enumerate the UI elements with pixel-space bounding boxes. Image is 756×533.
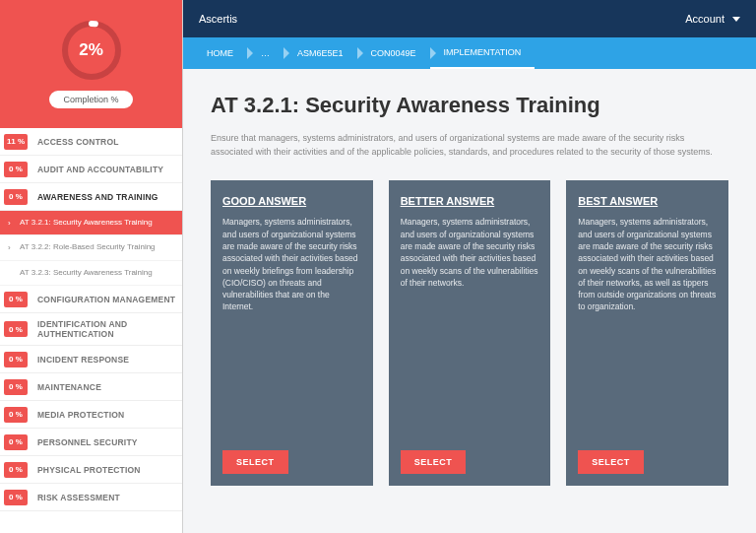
subcategory-item[interactable]: ›AT 3.2.2: Role-Based Security Training [0, 235, 182, 260]
progress-badge: 0 % [4, 407, 28, 423]
card-title: GOOD ANSWER [222, 194, 361, 208]
progress-percent: 2% [79, 40, 103, 60]
breadcrumb-item[interactable]: IMPLEMENTATION [430, 37, 536, 69]
category-label: ACCESS CONTROL [33, 131, 182, 153]
breadcrumb-item[interactable]: HOME [193, 37, 247, 69]
progress-badge: 0 % [4, 379, 28, 395]
page-subtitle: Ensure that managers, systems administra… [211, 132, 723, 159]
card-title: BETTER ANSWER [401, 194, 539, 208]
content: AT 3.2.1: Security Awareness Training En… [183, 69, 756, 509]
breadcrumb-item[interactable]: … [247, 37, 284, 69]
subcategory-label: AT 3.2.1: Security Awareness Training [20, 218, 176, 228]
progress-badge: 0 % [4, 292, 28, 307]
category-item[interactable]: 0 %AUDIT AND ACCOUNTABILITY [0, 156, 182, 183]
category-label: RISK ASSESSMENT [33, 487, 182, 508]
category-item[interactable]: 0 %MEDIA PROTECTION [0, 401, 182, 429]
category-item[interactable]: 0 %AWARENESS AND TRAINING [0, 183, 182, 211]
category-label: CONFIGURATION MANAGEMENT [33, 289, 182, 310]
select-button[interactable]: SELECT [222, 450, 288, 474]
category-item[interactable]: 0 %PERSONNEL SECURITY [0, 429, 182, 456]
breadcrumb-item[interactable]: ASM6E5E1 [284, 37, 357, 69]
topbar: Ascertis Account [183, 0, 756, 37]
answer-card-best: BEST ANSWER Managers, systems administra… [566, 180, 728, 486]
progress-ring: 2% [61, 20, 122, 81]
brand-label: Ascertis [199, 13, 237, 25]
category-label: PERSONNEL SECURITY [33, 432, 182, 453]
progress-badge: 0 % [4, 352, 28, 367]
progress-badge: 0 % [4, 490, 28, 505]
subcategory-item[interactable]: ›AT 3.2.1: Security Awareness Training [0, 211, 182, 235]
progress-badge: 0 % [4, 162, 28, 177]
category-label: IDENTIFICATION AND AUTHENTICATION [33, 313, 182, 345]
caret-down-icon [732, 17, 740, 22]
category-label: INCIDENT RESPONSE [33, 349, 182, 370]
progress-panel: 2% Completion % [0, 0, 182, 128]
category-label: MAINTENANCE [33, 376, 182, 398]
progress-badge: 0 % [4, 189, 28, 205]
progress-badge: 0 % [4, 434, 28, 450]
category-label: AUDIT AND ACCOUNTABILITY [33, 159, 182, 180]
category-item[interactable]: 0 %MAINTENANCE [0, 373, 182, 401]
category-item[interactable]: 0 %INCIDENT RESPONSE [0, 346, 182, 373]
account-menu[interactable]: Account [685, 13, 740, 25]
chevron-right-icon: › [8, 243, 20, 252]
subcategory-label: AT 3.2.3: Security Awareness Training [20, 268, 176, 278]
account-label: Account [685, 13, 724, 25]
card-title: BEST ANSWER [578, 194, 717, 208]
subcategory-label: AT 3.2.2: Role-Based Security Training [20, 242, 176, 252]
chevron-right-icon: › [8, 219, 20, 228]
category-item[interactable]: 0 %RISK ASSESSMENT [0, 484, 182, 511]
card-body: Managers, systems administrators, and us… [222, 216, 361, 440]
category-item[interactable]: 0 %PHYSICAL PROTECTION [0, 456, 182, 484]
progress-badge: 11 % [4, 134, 28, 150]
progress-badge: 0 % [4, 321, 28, 337]
category-item[interactable]: 0 %IDENTIFICATION AND AUTHENTICATION [0, 313, 182, 346]
category-item[interactable]: 0 %CONFIGURATION MANAGEMENT [0, 286, 182, 313]
select-button[interactable]: SELECT [401, 450, 467, 474]
breadcrumb-item[interactable]: CON0049E [357, 37, 430, 69]
category-label: PHYSICAL PROTECTION [33, 459, 182, 481]
page-title: AT 3.2.1: Security Awareness Training [211, 93, 728, 118]
category-list: 11 %ACCESS CONTROL 0 %AUDIT AND ACCOUNTA… [0, 128, 182, 511]
category-label: AWARENESS AND TRAINING [33, 186, 182, 208]
card-body: Managers, systems administrators, and us… [401, 216, 539, 440]
select-button[interactable]: SELECT [578, 450, 644, 474]
category-label: MEDIA PROTECTION [33, 404, 182, 426]
answer-card-better: BETTER ANSWER Managers, systems administ… [389, 180, 551, 486]
main-area: Ascertis Account HOME … ASM6E5E1 CON0049… [183, 0, 756, 533]
completion-pill[interactable]: Completion % [49, 91, 132, 108]
progress-badge: 0 % [4, 462, 28, 478]
card-body: Managers, systems administrators, and us… [578, 216, 717, 440]
subcategory-item[interactable]: AT 3.2.3: Security Awareness Training [0, 261, 182, 286]
category-item[interactable]: 11 %ACCESS CONTROL [0, 128, 182, 156]
app-root: 2% Completion % 11 %ACCESS CONTROL 0 %AU… [0, 0, 756, 533]
answer-cards: GOOD ANSWER Managers, systems administra… [211, 180, 728, 486]
answer-card-good: GOOD ANSWER Managers, systems administra… [211, 180, 373, 486]
breadcrumb: HOME … ASM6E5E1 CON0049E IMPLEMENTATION [183, 37, 756, 69]
sidebar: 2% Completion % 11 %ACCESS CONTROL 0 %AU… [0, 0, 183, 533]
